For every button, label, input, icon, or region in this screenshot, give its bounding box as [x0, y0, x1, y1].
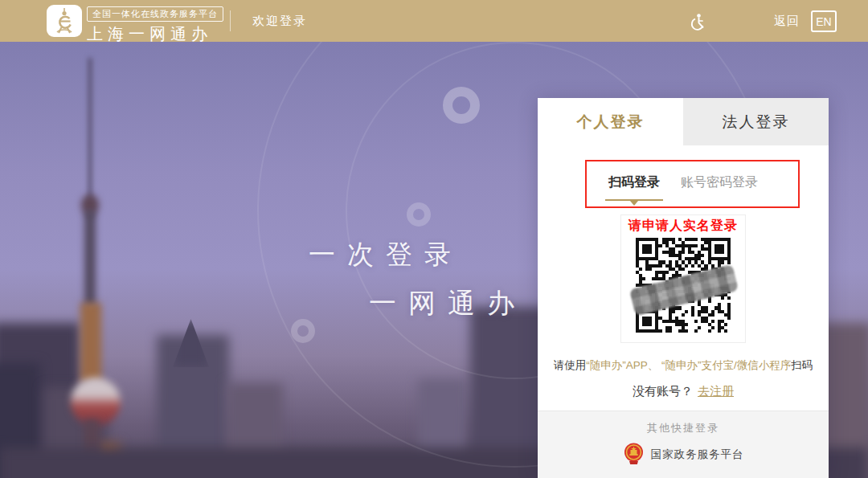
register-question: 没有账号？: [633, 384, 693, 398]
qr-container: 请申请人实名登录: [620, 214, 746, 343]
hint-miniprogram: “随申办”支付宝/微信小程序: [658, 359, 791, 371]
active-subtab-underline: [605, 199, 663, 201]
pearl-tower-sphere: [71, 378, 121, 426]
subtab-qr-label: 扫码登录: [608, 175, 660, 189]
national-platform-label: 国家政务服务平台: [651, 447, 744, 462]
citizen-logo-icon: [51, 8, 78, 34]
qr-code: [636, 238, 731, 333]
slogan-line2: 一网通办: [369, 285, 526, 322]
quick-login-section: 其他快捷登录 国家政务服务平台: [538, 411, 829, 478]
hint-prefix: 请使用: [554, 359, 587, 371]
decor-ring: [443, 87, 480, 124]
register-link[interactable]: 去注册: [698, 384, 734, 398]
platform-tag: 全国一体化在线政务服务平台: [87, 6, 223, 22]
brand: 全国一体化在线政务服务平台 上海一网通办: [87, 6, 223, 45]
site-name: 上海一网通办: [87, 23, 223, 45]
decor-ring: [291, 319, 315, 343]
subtab-password-login[interactable]: 账号密码登录: [681, 174, 758, 194]
decor-ring: [407, 202, 431, 227]
language-toggle[interactable]: EN: [811, 10, 837, 32]
accessibility-icon[interactable]: [688, 12, 707, 31]
login-subtabs: 扫码登录 账号密码登录: [538, 161, 829, 207]
other-login-label: 其他快捷登录: [538, 421, 829, 435]
register-row: 没有账号？去注册: [538, 384, 829, 399]
login-panel: 个人登录 法人登录 扫码登录 账号密码登录 请申请人实名登录 请使用“随申办”A…: [538, 98, 829, 478]
hint-app: “随申办”APP、: [586, 359, 658, 371]
national-platform-login[interactable]: 国家政务服务平台: [538, 443, 829, 466]
pearl-tower-lattice: [80, 303, 101, 383]
tab-corporate-login[interactable]: 法人登录: [683, 98, 829, 145]
back-button[interactable]: 返回: [774, 14, 800, 29]
realname-annotation: 请申请人实名登录: [621, 218, 745, 235]
welcome-text: 欢迎登录: [252, 14, 307, 29]
login-tabs: 个人登录 法人登录: [538, 98, 829, 145]
page: 一次登录 一网通办 全国一体化在线政务服务平台 上海一网通办 欢迎登录: [0, 0, 868, 478]
national-emblem-icon: [623, 443, 645, 466]
slogan-line1: 一次登录: [309, 237, 463, 273]
top-header: 全国一体化在线政务服务平台 上海一网通办 欢迎登录 返回 EN: [0, 0, 868, 42]
header-divider: [230, 10, 231, 31]
pearl-tower-column: [84, 210, 96, 307]
hint-suffix: 扫码: [791, 359, 813, 371]
tab-personal-login[interactable]: 个人登录: [538, 98, 683, 145]
site-logo[interactable]: [47, 5, 82, 37]
subtab-qr-login[interactable]: 扫码登录: [608, 174, 660, 194]
qr-hint: 请使用“随申办”APP、 “随申办”支付宝/微信小程序扫码: [538, 358, 829, 373]
